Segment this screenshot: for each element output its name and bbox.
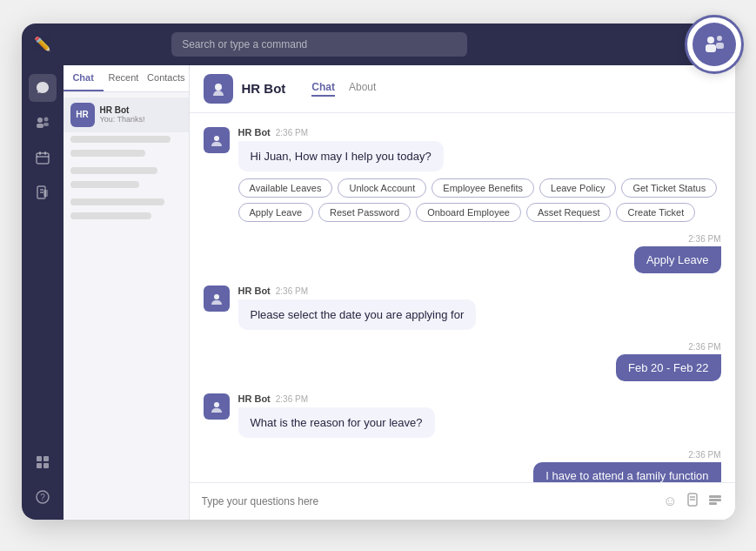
contacts-list: HR HR Bot You: Thanks! xyxy=(64,92,189,228)
svg-rect-19 xyxy=(43,463,49,468)
teams-logo-icon xyxy=(692,23,736,66)
contact-preview: You: Thanks! xyxy=(100,115,182,124)
input-area: ☺ xyxy=(190,482,735,520)
svg-text:?: ? xyxy=(40,493,45,502)
svg-rect-31 xyxy=(709,502,717,505)
sidebar-item-chat[interactable] xyxy=(29,74,57,102)
quick-reply-get-ticket-status[interactable]: Get Ticket Status xyxy=(621,178,717,198)
chat-tab-about[interactable]: About xyxy=(349,81,376,97)
quick-reply-onboard-employee[interactable]: Onboard Employee xyxy=(416,203,521,222)
emoji-icon[interactable]: ☺ xyxy=(663,494,677,509)
svg-point-22 xyxy=(215,84,222,91)
svg-rect-30 xyxy=(709,499,721,501)
quick-reply-apply-leave[interactable]: Apply Leave xyxy=(238,203,314,222)
attach-icon[interactable] xyxy=(685,492,700,511)
skeleton-item xyxy=(70,167,158,174)
bot-time-3: 2:36 PM xyxy=(276,394,308,404)
sidebar: ? xyxy=(22,65,64,520)
contacts-panel: Chat Recent Contacts HR HR Bot You: Than… xyxy=(64,65,190,520)
quick-reply-reset-password[interactable]: Reset Password xyxy=(318,203,411,222)
skeleton-item xyxy=(70,181,139,188)
bot-avatar-3 xyxy=(204,393,230,420)
user-time-3: 2:36 PM xyxy=(688,450,720,460)
main-layout: ? Chat Recent Contacts HR HR Bot You: xyxy=(22,65,735,520)
sidebar-item-files[interactable] xyxy=(29,178,57,206)
sidebar-item-help[interactable]: ? xyxy=(29,483,57,511)
bot-meta-2: HR Bot 2:36 PM xyxy=(238,286,721,296)
bot-sender-2: HR Bot xyxy=(238,286,271,296)
quick-reply-employee-benefits[interactable]: Employee Benefits xyxy=(432,178,534,198)
chat-header: HR Bot Chat About xyxy=(190,65,735,113)
user-bubble-2: Feb 20 - Feb 22 xyxy=(616,354,721,381)
contacts-tabs: Chat Recent Contacts xyxy=(64,65,189,92)
skeleton-item xyxy=(70,150,145,157)
svg-rect-6 xyxy=(37,124,43,128)
user-bubble-wrapper-1: 2:36 PM Apply Leave xyxy=(634,234,721,273)
search-bar[interactable]: Search or type a command xyxy=(171,32,467,57)
svg-point-25 xyxy=(214,402,219,407)
svg-rect-18 xyxy=(37,463,42,468)
bot-sender-3: HR Bot xyxy=(238,393,271,404)
quick-replies: Available Leaves Unlock Account Employee… xyxy=(238,178,721,222)
quick-reply-unlock-account[interactable]: Unlock Account xyxy=(338,178,426,198)
svg-rect-16 xyxy=(37,456,42,461)
quick-reply-leave-policy[interactable]: Leave Policy xyxy=(539,178,616,198)
chat-area: HR Bot Chat About xyxy=(190,65,735,520)
bot-bubble-3: What is the reason for your leave? xyxy=(238,407,435,438)
sidebar-item-apps[interactable] xyxy=(29,448,57,476)
chat-tab-chat[interactable]: Chat xyxy=(311,81,335,97)
bot-msg-2: HR Bot 2:36 PM Please select the date yo… xyxy=(204,286,721,330)
user-bubble-1: Apply Leave xyxy=(634,246,721,273)
more-icon[interactable] xyxy=(707,492,723,511)
svg-rect-3 xyxy=(716,43,724,49)
svg-point-24 xyxy=(214,294,219,299)
svg-point-1 xyxy=(717,36,722,41)
skeleton-item xyxy=(70,212,152,219)
teams-logo-button[interactable] xyxy=(685,15,744,74)
user-message-1: 2:36 PM Apply Leave xyxy=(204,234,721,273)
bot-meta-3: HR Bot 2:36 PM xyxy=(238,393,721,404)
chat-input[interactable] xyxy=(202,495,657,507)
chat-header-tabs: Chat About xyxy=(311,81,376,97)
bot-meta-1: HR Bot 2:36 PM xyxy=(238,127,721,138)
sidebar-item-calendar[interactable] xyxy=(29,144,57,171)
sidebar-item-teams[interactable] xyxy=(29,109,57,137)
bot-message-block: HR Bot 2:36 PM Hi Juan, How may I help y… xyxy=(204,127,721,222)
svg-rect-7 xyxy=(43,123,49,126)
bot-msg-1: HR Bot 2:36 PM Hi Juan, How may I help y… xyxy=(204,127,721,171)
tab-chat[interactable]: Chat xyxy=(64,65,104,91)
tab-recent[interactable]: Recent xyxy=(104,65,144,91)
user-bubble-3: I have to attend a family function xyxy=(533,462,720,482)
user-message-3: 2:36 PM I have to attend a family functi… xyxy=(204,450,721,482)
svg-rect-2 xyxy=(706,44,716,52)
quick-reply-available-leaves[interactable]: Available Leaves xyxy=(238,178,333,198)
user-time-2: 2:36 PM xyxy=(688,342,720,352)
bot-time-2: 2:36 PM xyxy=(276,286,308,296)
tab-contacts[interactable]: Contacts xyxy=(144,65,188,91)
user-bubble-wrapper-2: 2:36 PM Feb 20 - Feb 22 xyxy=(616,342,721,381)
bot-sender-1: HR Bot xyxy=(238,127,271,138)
bot-time-1: 2:36 PM xyxy=(276,128,308,138)
search-placeholder: Search or type a command xyxy=(182,38,307,50)
bot-avatar-2 xyxy=(204,286,230,312)
list-item[interactable]: HR HR Bot You: Thanks! xyxy=(64,97,189,132)
bot-avatar-1 xyxy=(204,127,230,153)
chat-bot-avatar xyxy=(204,74,233,104)
bot-msg-3: HR Bot 2:36 PM What is the reason for yo… xyxy=(204,393,721,438)
bot-content-1: HR Bot 2:36 PM Hi Juan, How may I help y… xyxy=(238,127,721,171)
skeleton-item xyxy=(70,136,171,143)
edit-icon[interactable]: ✏️ xyxy=(34,36,51,52)
svg-rect-17 xyxy=(43,456,49,461)
bot-content-3: HR Bot 2:36 PM What is the reason for yo… xyxy=(238,393,721,438)
svg-rect-15 xyxy=(43,190,48,197)
hr-bot-avatar: HR xyxy=(70,103,95,127)
app-container: ✏️ Search or type a command xyxy=(22,24,735,520)
bot-bubble-2: Please select the date you are applying … xyxy=(238,299,477,330)
contact-name: HR Bot xyxy=(100,105,182,115)
contact-info: HR Bot You: Thanks! xyxy=(100,105,182,124)
svg-point-4 xyxy=(37,118,43,123)
quick-reply-asset-request[interactable]: Asset Request xyxy=(526,203,612,222)
bot-bubble-1: Hi Juan, How may I help you today? xyxy=(238,141,444,171)
chat-bot-name: HR Bot xyxy=(242,81,286,96)
quick-reply-create-ticket[interactable]: Create Ticket xyxy=(616,203,695,222)
